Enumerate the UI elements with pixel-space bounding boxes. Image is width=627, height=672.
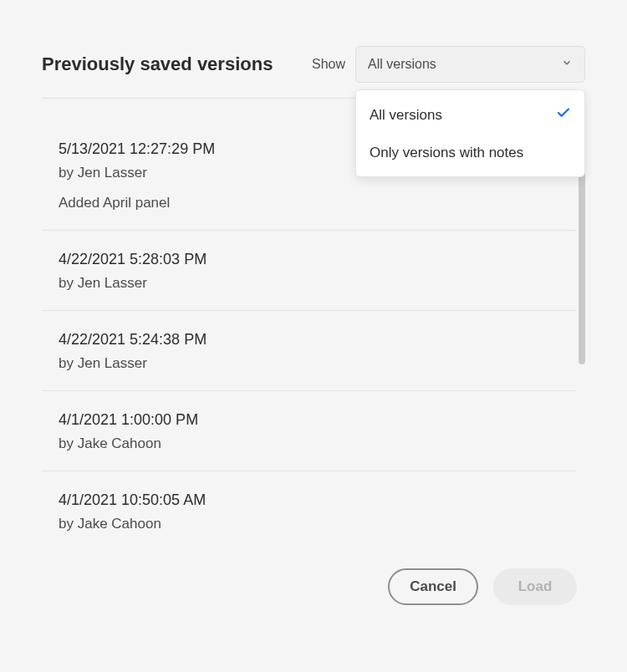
- dropdown-option-label: All versions: [370, 107, 442, 124]
- version-note: Added April panel: [59, 195, 560, 211]
- version-timestamp: 4/1/2021 10:50:05 AM: [59, 491, 560, 509]
- page-title: Previously saved versions: [42, 53, 273, 75]
- version-timestamp: 4/1/2021 1:00:00 PM: [59, 411, 560, 429]
- version-timestamp: 4/22/2021 5:24:38 PM: [59, 331, 560, 349]
- filter-dropdown[interactable]: All versions: [355, 46, 585, 83]
- dropdown-option-all[interactable]: All versions: [356, 95, 584, 135]
- version-row[interactable]: 4/22/2021 5:28:03 PM by Jen Lasser: [42, 231, 577, 311]
- version-author: by Jen Lasser: [59, 275, 560, 292]
- version-author: by Jake Cahoon: [59, 435, 560, 452]
- chevron-down-icon: [561, 57, 573, 72]
- version-row[interactable]: 4/1/2021 1:00:00 PM by Jake Cahoon: [42, 391, 577, 471]
- filter-dropdown-value: All versions: [368, 57, 436, 72]
- version-row[interactable]: 4/22/2021 5:24:38 PM by Jen Lasser: [42, 311, 577, 391]
- version-timestamp: 4/22/2021 5:28:03 PM: [59, 251, 560, 268]
- version-row[interactable]: 4/1/2021 10:50:05 AM by Jake Cahoon: [42, 471, 577, 533]
- version-author: by Jen Lasser: [59, 355, 560, 372]
- cancel-button[interactable]: Cancel: [388, 568, 478, 605]
- load-button[interactable]: Load: [493, 568, 577, 605]
- filter-dropdown-menu: All versions Only versions with notes: [355, 89, 585, 177]
- version-author: by Jake Cahoon: [59, 516, 560, 532]
- scroll-down-arrow[interactable]: ▼: [579, 531, 585, 533]
- dropdown-option-label: Only versions with notes: [370, 145, 523, 161]
- check-icon: [556, 105, 571, 125]
- scrollbar-thumb[interactable]: [579, 155, 585, 364]
- dropdown-option-notes[interactable]: Only versions with notes: [356, 135, 584, 171]
- show-label: Show: [312, 57, 345, 72]
